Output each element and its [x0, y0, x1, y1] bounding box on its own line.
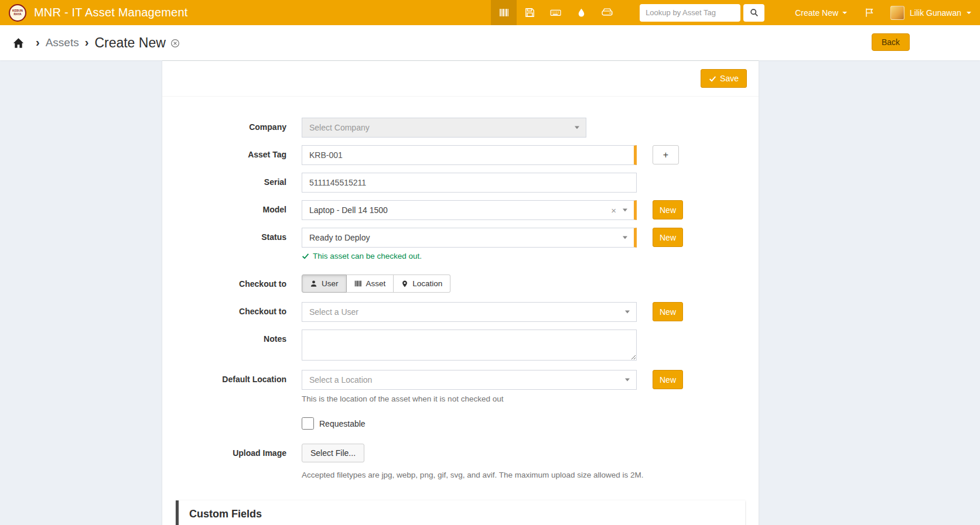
new-status-button[interactable]: New — [653, 228, 683, 247]
page-title: Create New — [94, 35, 179, 51]
back-button[interactable]: Back — [872, 33, 910, 51]
asset-tag-row: Asset Tag + — [162, 145, 759, 165]
chevron-down-icon — [625, 311, 630, 314]
checkout-type-location-button[interactable]: Location — [394, 274, 450, 293]
requestable-label: Requestable — [319, 419, 366, 428]
checkout-user-label: Checkout to — [162, 302, 302, 316]
checkout-user-select-value: Select a User — [309, 307, 358, 317]
select-file-button[interactable]: Select File... — [302, 444, 364, 462]
asset-lookup — [640, 4, 764, 22]
save-button[interactable]: Save — [701, 69, 747, 88]
notes-label: Notes — [162, 330, 302, 344]
model-row: Model Laptop - Dell 14 1500 × New — [162, 200, 759, 220]
serial-label: Serial — [162, 173, 302, 187]
create-new-menu[interactable]: Create New — [795, 8, 847, 18]
chevron-down-icon — [623, 236, 627, 239]
upload-image-help: Accepted filetypes are jpg, webp, png, g… — [302, 471, 644, 479]
status-label: Status — [162, 228, 302, 242]
default-location-select-value: Select a Location — [309, 375, 372, 385]
avatar — [890, 6, 904, 20]
model-select[interactable]: Laptop - Dell 14 1500 × — [302, 200, 637, 220]
serial-row: Serial — [162, 173, 759, 193]
company-select[interactable]: Select Company — [302, 118, 586, 138]
hdd-icon[interactable] — [594, 0, 620, 25]
clear-selection-icon[interactable]: × — [611, 206, 616, 215]
flag-icon[interactable] — [865, 8, 874, 18]
check-icon — [302, 252, 309, 260]
checkout-type-user-button[interactable]: User — [302, 274, 347, 293]
home-icon[interactable] — [13, 37, 24, 49]
checkout-user-select[interactable]: Select a User — [302, 302, 637, 322]
upload-image-label: Upload Image — [162, 444, 302, 458]
status-select-value: Ready to Deploy — [309, 233, 370, 242]
serial-input[interactable] — [302, 173, 637, 193]
form-body: Company Select Company Asset Tag + Ser — [162, 97, 759, 485]
location-pin-icon — [401, 280, 408, 288]
checkout-type-location-label: Location — [412, 279, 442, 288]
requestable-row: Requestable — [162, 417, 759, 430]
company-select-value: Select Company — [309, 123, 370, 132]
default-location-select[interactable]: Select a Location — [302, 370, 637, 390]
breadcrumb-separator: › — [36, 36, 40, 50]
notes-row: Notes — [162, 330, 759, 362]
new-location-button[interactable]: New — [653, 370, 683, 389]
barcode-icon — [354, 280, 362, 287]
chevron-down-icon — [625, 379, 630, 382]
circle-x-icon — [170, 39, 180, 48]
add-asset-tag-button[interactable]: + — [653, 145, 679, 164]
form-header: Save — [162, 61, 759, 97]
checkout-type-toggle: User Asset Location — [302, 274, 450, 293]
barcode-icon[interactable] — [491, 0, 517, 25]
new-model-button[interactable]: New — [653, 200, 683, 219]
app-logo[interactable]: KEBUN RAYA — [9, 4, 26, 22]
checkout-type-user-label: User — [322, 279, 339, 288]
custom-fields-title: Custom Fields — [189, 508, 735, 520]
checkout-type-asset-button[interactable]: Asset — [347, 274, 394, 293]
default-location-label: Default Location — [162, 370, 302, 384]
user-name: Lilik Gunawan — [910, 8, 961, 18]
company-row: Company Select Company — [162, 118, 759, 138]
user-icon — [310, 280, 317, 287]
breadcrumb-assets-link[interactable]: Assets — [46, 36, 79, 49]
checkout-type-asset-label: Asset — [366, 279, 386, 288]
status-help-text: This asset can be checked out. — [313, 252, 422, 260]
asset-create-form-card: Save Company Select Company Asset Tag — [162, 60, 759, 525]
breadcrumb-bar: › Assets › Create New Back — [0, 25, 980, 60]
company-label: Company — [162, 118, 302, 132]
checkout-type-row: Checkout to User Asset Locat — [162, 274, 759, 293]
asset-tag-label: Asset Tag — [162, 145, 302, 159]
top-navbar: KEBUN RAYA MNR - IT Asset Management Cre… — [0, 0, 980, 25]
chevron-down-icon — [842, 12, 847, 14]
page-title-text: Create New — [94, 35, 165, 51]
model-select-value: Laptop - Dell 14 1500 — [309, 205, 388, 215]
keyboard-icon[interactable] — [542, 0, 568, 25]
chevron-down-icon — [967, 12, 971, 14]
default-location-help: This is the location of the asset when i… — [302, 394, 637, 403]
search-icon — [750, 8, 759, 17]
droplet-icon[interactable] — [568, 0, 594, 25]
status-help: This asset can be checked out. — [302, 252, 637, 260]
model-label: Model — [162, 200, 302, 214]
user-menu[interactable]: Lilik Gunawan — [890, 6, 971, 20]
chevron-down-icon — [575, 126, 579, 129]
new-user-button[interactable]: New — [653, 302, 683, 321]
asset-tag-input[interactable] — [302, 145, 637, 165]
app-title: MNR - IT Asset Management — [34, 6, 188, 19]
upload-image-row: Upload Image Select File... Accepted fil… — [162, 444, 759, 479]
main-content: Save Company Select Company Asset Tag — [0, 60, 980, 525]
checkout-type-label: Checkout to — [162, 274, 302, 289]
brand: KEBUN RAYA MNR - IT Asset Management — [9, 4, 188, 22]
check-icon — [709, 75, 716, 83]
search-button[interactable] — [743, 4, 764, 22]
notes-textarea[interactable] — [302, 330, 637, 361]
save-button-label: Save — [720, 74, 739, 83]
status-select[interactable]: Ready to Deploy — [302, 228, 637, 248]
checkout-user-row: Checkout to Select a User New — [162, 302, 759, 322]
status-row: Status Ready to Deploy This asset can be… — [162, 228, 759, 260]
asset-lookup-input[interactable] — [640, 4, 740, 22]
requestable-checkbox[interactable] — [302, 417, 314, 430]
create-new-label: Create New — [795, 8, 838, 18]
floppy-icon[interactable] — [517, 0, 542, 25]
breadcrumb-separator: › — [85, 36, 89, 50]
chevron-down-icon — [623, 209, 627, 212]
